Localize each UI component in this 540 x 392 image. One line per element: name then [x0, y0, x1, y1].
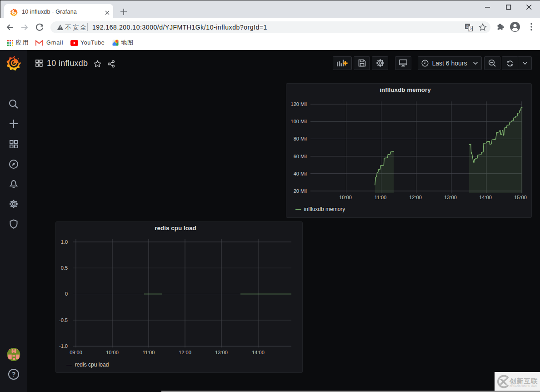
svg-text:文: 文 [469, 27, 473, 31]
svg-text:?: ? [12, 371, 16, 378]
